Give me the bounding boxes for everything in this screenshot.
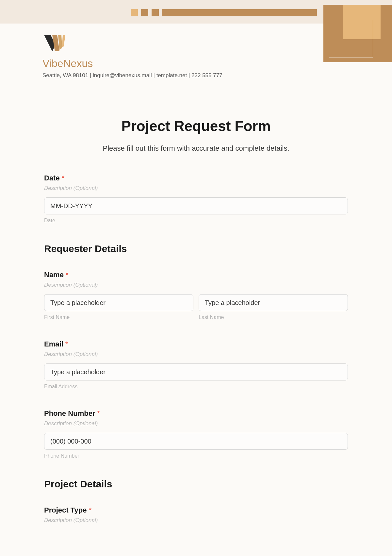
email-description[interactable]: Description (Optional)	[44, 351, 348, 358]
date-label: Date *	[44, 174, 348, 182]
email-sublabel: Email Address	[44, 384, 348, 390]
name-label: Name *	[44, 271, 348, 279]
required-indicator: *	[62, 174, 65, 182]
date-input[interactable]	[44, 197, 348, 214]
banner-accent	[141, 9, 148, 16]
brand-name: VibeNexus	[42, 58, 93, 70]
date-field-group: Date * Description (Optional) Date	[44, 174, 348, 224]
form-container: Project Request Form Please fill out thi…	[0, 85, 392, 524]
phone-sublabel: Phone Number	[44, 453, 348, 459]
required-indicator: *	[89, 506, 92, 514]
email-input[interactable]	[44, 363, 348, 380]
first-name-sublabel: First Name	[44, 314, 193, 320]
phone-description[interactable]: Description (Optional)	[44, 420, 348, 427]
required-indicator: *	[97, 409, 100, 417]
page-title: Project Request Form	[44, 118, 348, 134]
project-section-heading: Project Details	[44, 479, 348, 490]
phone-label: Phone Number *	[44, 409, 348, 418]
phone-input[interactable]	[44, 433, 348, 450]
contact-info: Seattle, WA 98101 | inquire@vibenexus.ma…	[42, 72, 222, 79]
date-description[interactable]: Description (Optional)	[44, 185, 348, 192]
page-subtitle: Please fill out this form with accurate …	[44, 144, 348, 153]
last-name-input[interactable]	[199, 294, 348, 311]
project-type-label: Project Type *	[44, 506, 348, 514]
banner-accent	[152, 9, 159, 16]
name-field-group: Name * Description (Optional) First Name…	[44, 271, 348, 320]
phone-field-group: Phone Number * Description (Optional) Ph…	[44, 409, 348, 459]
banner-accent	[162, 9, 317, 16]
banner-accent	[131, 9, 138, 16]
email-label: Email *	[44, 340, 348, 348]
last-name-sublabel: Last Name	[199, 314, 348, 320]
project-type-field-group: Project Type * Description (Optional)	[44, 506, 348, 524]
required-indicator: *	[66, 271, 69, 279]
required-indicator: *	[65, 340, 68, 348]
project-type-description[interactable]: Description (Optional)	[44, 517, 348, 524]
first-name-input[interactable]	[44, 294, 193, 311]
date-sublabel: Date	[44, 218, 348, 224]
requester-section-heading: Requester Details	[44, 243, 348, 254]
logo-icon	[42, 33, 69, 56]
header: VibeNexus Seattle, WA 98101 | inquire@vi…	[0, 24, 392, 85]
email-field-group: Email * Description (Optional) Email Add…	[44, 340, 348, 390]
name-description[interactable]: Description (Optional)	[44, 282, 348, 288]
